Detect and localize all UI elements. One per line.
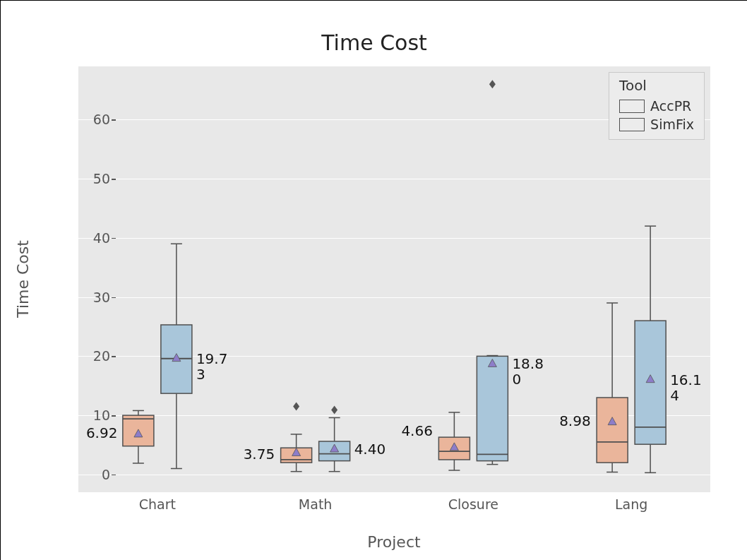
mean-annotation: 0 [512, 371, 521, 387]
legend: Tool AccPR SimFix [609, 72, 705, 140]
legend-label: AccPR [650, 98, 691, 114]
y-axis-label: Time Cost [14, 240, 32, 318]
legend-swatch-accpr [619, 100, 645, 113]
y-tick-label: 30 [68, 290, 110, 305]
legend-title: Tool [619, 77, 697, 97]
mean-annotation: 16.1 [670, 372, 702, 388]
y-tick-label: 20 [68, 348, 110, 364]
svg-rect-40 [477, 356, 508, 460]
mean-annotation: 6.92 [86, 425, 118, 441]
chart-container: Time Cost Tool AccPR SimFix 6.9219.733.7… [0, 0, 747, 560]
legend-swatch-simfix [619, 118, 645, 131]
legend-item-accpr: AccPR [616, 97, 697, 115]
y-tick-label: 40 [68, 230, 110, 246]
x-tick-label: Closure [448, 496, 498, 512]
mean-annotation: 4 [670, 388, 679, 403]
x-tick-label: Lang [615, 496, 647, 512]
plot-area: Tool AccPR SimFix 6.9219.733.754.404.661… [78, 66, 710, 492]
mean-annotation: 19.7 [196, 351, 228, 367]
mean-annotation: 3.75 [244, 446, 275, 462]
mean-annotation: 8.98 [559, 413, 591, 429]
x-tick-label: Math [299, 496, 333, 512]
y-tick-label: 10 [68, 407, 110, 423]
y-tick-label: 60 [68, 112, 110, 127]
mean-annotation: 3 [196, 367, 205, 382]
x-tick-label: Chart [139, 496, 176, 512]
legend-label: SimFix [650, 117, 694, 132]
mean-annotation: 4.66 [401, 423, 433, 439]
x-axis-label: Project [367, 533, 420, 551]
legend-item-simfix: SimFix [616, 115, 697, 133]
mean-annotation: 4.40 [354, 441, 386, 457]
chart-title: Time Cost [1, 30, 747, 55]
y-tick-label: 50 [68, 171, 110, 186]
mean-annotation: 18.8 [512, 356, 544, 371]
y-tick-label: 0 [68, 467, 110, 482]
svg-rect-22 [597, 398, 628, 463]
